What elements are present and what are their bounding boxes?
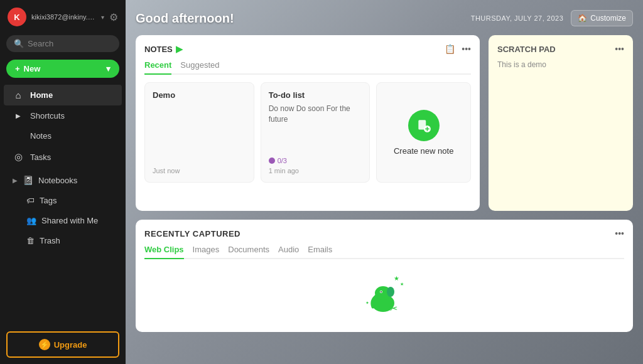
- notes-grid: Demo Just now To-do list Do now Do soon …: [144, 82, 471, 183]
- scratch-pad-header: SCRATCH PAD •••: [497, 44, 624, 54]
- greeting: Good afternoon!: [136, 11, 234, 26]
- notes-card-actions: 📋 •••: [445, 44, 471, 54]
- sidebar: K kikixi3872@inkiny.c... ▾ ⚙ 🔍 Search + …: [0, 0, 126, 364]
- customize-button[interactable]: 🏠 Customize: [571, 10, 633, 26]
- svg-text:★: ★: [400, 282, 404, 286]
- sidebar-item-home[interactable]: ⌂ Home: [4, 85, 122, 105]
- notebooks-icon: 📓: [23, 175, 33, 185]
- upgrade-button[interactable]: ⚡ Upgrade: [6, 331, 119, 358]
- sidebar-item-shared[interactable]: 👥 Shared with Me: [4, 211, 122, 230]
- new-button-label: New: [24, 64, 41, 73]
- recently-more-icon[interactable]: •••: [615, 228, 624, 238]
- notes-more-icon[interactable]: •••: [462, 44, 471, 54]
- notes-arrow-icon[interactable]: ▶: [176, 44, 183, 54]
- sidebar-item-shared-label: Shared with Me: [41, 216, 98, 225]
- expand-icon: ▶: [13, 112, 24, 119]
- create-note-svg: [416, 117, 432, 134]
- sidebar-item-tasks-label: Tasks: [30, 153, 51, 162]
- sidebar-item-trash-label: Trash: [40, 236, 60, 245]
- avatar[interactable]: K: [8, 8, 26, 26]
- svg-text:✂: ✂: [389, 303, 397, 314]
- recently-captured-title: RECENTLY CAPTURED: [144, 229, 240, 238]
- customize-icon: 🏠: [578, 14, 587, 23]
- note-title-demo: Demo: [153, 90, 246, 100]
- note-title-todo: To-do list: [269, 90, 362, 100]
- svg-point-11: [381, 291, 382, 292]
- sidebar-item-notes-label: Notes: [30, 131, 51, 141]
- sidebar-item-tags-label: Tags: [40, 196, 57, 205]
- note-progress: 0/3: [269, 157, 362, 164]
- main-content: Good afternoon! THURSDAY, JULY 27, 2023 …: [126, 0, 643, 364]
- upgrade-label: Upgrade: [54, 340, 87, 350]
- customize-label: Customize: [590, 14, 626, 23]
- home-icon: ⌂: [13, 90, 24, 100]
- note-footer-demo: Just now: [153, 167, 246, 174]
- trash-icon: 🗑: [26, 236, 35, 245]
- sidebar-item-trash[interactable]: 🗑 Trash: [4, 231, 122, 250]
- tab-audio[interactable]: Audio: [278, 245, 299, 259]
- new-chevron-icon: ▾: [106, 64, 111, 73]
- sidebar-item-shortcuts[interactable]: ▶ Shortcuts: [4, 106, 122, 126]
- sidebar-header: K kikixi3872@inkiny.c... ▾ ⚙: [0, 0, 126, 31]
- tasks-icon: ◎: [13, 151, 24, 163]
- scratch-pad-content[interactable]: This is a demo: [497, 60, 624, 202]
- sidebar-nav: ⌂ Home ▶ Shortcuts Notes ◎ Tasks ▶ 📓 Not…: [0, 82, 126, 325]
- create-note-icon-circle: [408, 110, 440, 141]
- upgrade-icon: ⚡: [39, 339, 50, 350]
- note-item-todo[interactable]: To-do list Do now Do soon For the future…: [261, 82, 370, 183]
- note-preview-todo: Do now Do soon For the future: [269, 104, 362, 125]
- new-button[interactable]: + New ▾: [6, 60, 119, 78]
- scratch-pad-more-icon[interactable]: •••: [615, 44, 624, 54]
- svg-text:✦: ✦: [365, 301, 369, 305]
- account-info: kikixi3872@inkiny.c...: [31, 13, 96, 21]
- sidebar-item-tasks[interactable]: ◎ Tasks: [4, 146, 122, 168]
- tags-icon: 🏷: [26, 196, 35, 205]
- search-bar[interactable]: 🔍 Search: [6, 35, 119, 52]
- notes-card-header: NOTES ▶ 📋 •••: [144, 44, 471, 54]
- notes-title-text: NOTES: [144, 45, 173, 54]
- notes-card-title: NOTES ▶: [144, 44, 183, 54]
- notebooks-expand-icon: ▶: [13, 177, 18, 184]
- mascot-svg: ★ ★ ✦ ✂: [359, 273, 409, 317]
- sidebar-item-notes[interactable]: Notes: [4, 126, 122, 146]
- scratch-pad: SCRATCH PAD ••• This is a demo: [489, 35, 633, 211]
- notes-add-icon[interactable]: 📋: [445, 44, 455, 54]
- tab-images[interactable]: Images: [193, 245, 220, 259]
- tab-web-clips[interactable]: Web Clips: [144, 245, 184, 259]
- create-note-item[interactable]: Create new note: [376, 82, 471, 183]
- notes-tabs: Recent Suggested: [144, 60, 471, 75]
- recently-captured-card: RECENTLY CAPTURED ••• Web Clips Images D…: [136, 220, 633, 332]
- create-note-label: Create new note: [394, 146, 453, 156]
- tab-documents[interactable]: Documents: [228, 245, 269, 259]
- note-footer-todo: 1 min ago: [269, 167, 362, 174]
- notes-card: NOTES ▶ 📋 ••• Recent Suggested: [136, 35, 480, 211]
- account-email: kikixi3872@inkiny.c...: [31, 13, 96, 21]
- svg-text:★: ★: [394, 275, 399, 282]
- svg-point-9: [387, 287, 394, 297]
- tab-recent[interactable]: Recent: [144, 60, 171, 75]
- sidebar-item-notebooks[interactable]: ▶ 📓 Notebooks: [4, 170, 122, 190]
- note-top-todo: To-do list Do now Do soon For the future: [269, 90, 362, 125]
- search-label: Search: [28, 39, 53, 48]
- settings-icon[interactable]: ⚙: [109, 11, 118, 23]
- new-plus-icon: +: [15, 64, 20, 73]
- date-display: THURSDAY, JULY 27, 2023: [471, 14, 564, 22]
- sidebar-item-tags[interactable]: 🏷 Tags: [4, 191, 122, 210]
- sidebar-item-shortcuts-label: Shortcuts: [30, 111, 65, 120]
- shared-icon: 👥: [26, 216, 36, 225]
- sidebar-item-notebooks-label: Notebooks: [38, 176, 77, 185]
- progress-dot-icon: [269, 158, 275, 164]
- note-item-demo[interactable]: Demo Just now: [144, 82, 254, 183]
- new-button-left: + New: [15, 64, 40, 73]
- progress-label: 0/3: [278, 157, 287, 164]
- note-bottom-todo: 0/3 1 min ago: [269, 157, 362, 174]
- top-bar: Good afternoon! THURSDAY, JULY 27, 2023 …: [136, 10, 633, 26]
- top-right: THURSDAY, JULY 27, 2023 🏠 Customize: [471, 10, 633, 26]
- account-dropdown-arrow[interactable]: ▾: [101, 14, 104, 21]
- tab-suggested[interactable]: Suggested: [180, 60, 219, 75]
- recently-content: ★ ★ ✦ ✂: [144, 267, 624, 323]
- tab-emails[interactable]: Emails: [308, 245, 332, 259]
- recently-captured-header: RECENTLY CAPTURED •••: [144, 228, 624, 238]
- search-icon: 🔍: [14, 39, 24, 48]
- recently-tabs: Web Clips Images Documents Audio Emails: [144, 245, 624, 259]
